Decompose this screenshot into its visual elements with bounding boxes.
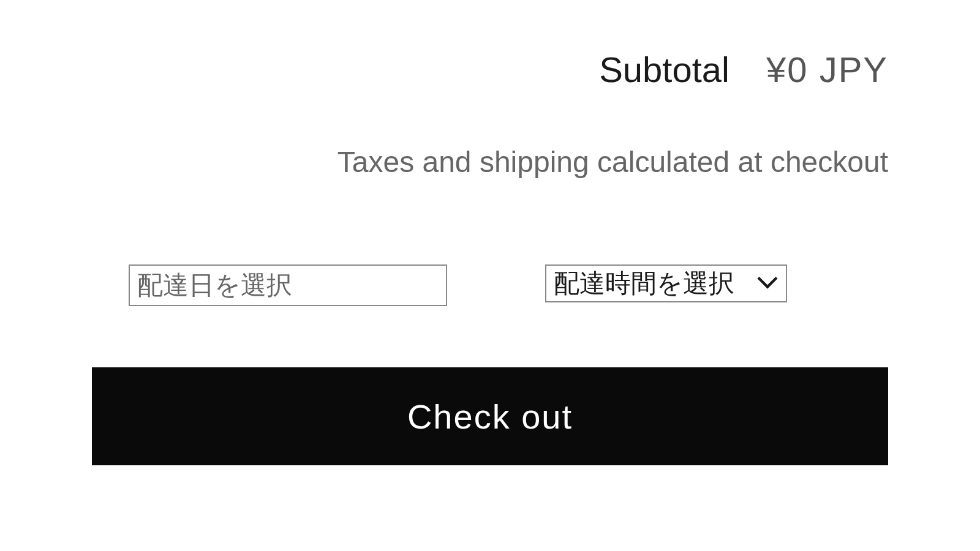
- checkout-button[interactable]: Check out: [92, 367, 888, 465]
- chevron-down-icon: [756, 275, 778, 292]
- subtotal-label: Subtotal: [599, 49, 729, 90]
- delivery-date-input[interactable]: [129, 264, 447, 306]
- subtotal-value: ¥0 JPY: [766, 49, 888, 90]
- tax-shipping-note: Taxes and shipping calculated at checkou…: [92, 145, 888, 179]
- delivery-time-select[interactable]: 配達時間を選択: [545, 264, 787, 302]
- subtotal-row: Subtotal ¥0 JPY: [92, 49, 888, 90]
- delivery-time-label: 配達時間を選択: [554, 266, 734, 301]
- delivery-options: 配達時間を選択: [92, 264, 888, 306]
- cart-summary: Subtotal ¥0 JPY Taxes and shipping calcu…: [0, 0, 980, 465]
